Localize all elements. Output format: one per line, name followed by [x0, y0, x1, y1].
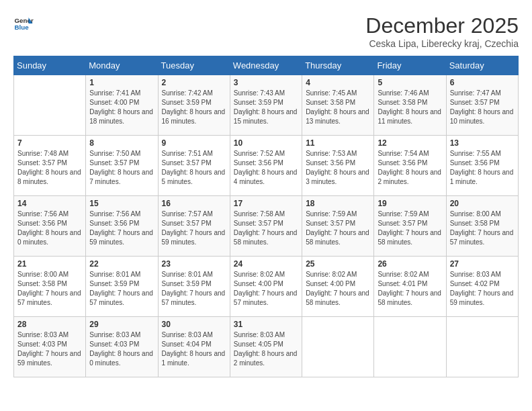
day-number: 7: [17, 138, 82, 148]
svg-text:Blue: Blue: [15, 24, 30, 31]
day-info: Sunrise: 8:00 AMSunset: 3:58 PMDaylight:…: [17, 270, 82, 308]
calendar-week-1: 7 Sunrise: 7:48 AMSunset: 3:57 PMDayligh…: [14, 136, 519, 196]
day-info: Sunrise: 7:59 AMSunset: 3:57 PMDaylight:…: [378, 210, 442, 247]
calendar-cell: 6 Sunrise: 7:47 AMSunset: 3:57 PMDayligh…: [446, 75, 518, 136]
calendar-cell: 4 Sunrise: 7:45 AMSunset: 3:58 PMDayligh…: [302, 75, 374, 136]
title-section: December 2025 Ceska Lipa, Liberecky kraj…: [365, 13, 519, 49]
day-info: Sunrise: 8:03 AMSunset: 4:03 PMDaylight:…: [89, 330, 154, 368]
day-info: Sunrise: 7:57 AMSunset: 3:57 PMDaylight:…: [162, 210, 226, 247]
day-info: Sunrise: 7:46 AMSunset: 3:58 PMDaylight:…: [378, 89, 442, 126]
calendar-cell: 28 Sunrise: 8:03 AMSunset: 4:03 PMDaylig…: [14, 317, 86, 377]
calendar-cell: 22 Sunrise: 8:01 AMSunset: 3:59 PMDaylig…: [86, 257, 158, 317]
calendar-cell: 14 Sunrise: 7:56 AMSunset: 3:56 PMDaylig…: [14, 196, 86, 257]
calendar-cell: 7 Sunrise: 7:48 AMSunset: 3:57 PMDayligh…: [14, 136, 86, 196]
calendar-cell: 9 Sunrise: 7:51 AMSunset: 3:57 PMDayligh…: [158, 136, 230, 196]
day-info: Sunrise: 8:02 AMSunset: 4:00 PMDaylight:…: [234, 270, 298, 308]
month-title: December 2025: [365, 13, 519, 38]
day-number: 8: [89, 138, 154, 148]
day-number: 9: [162, 138, 226, 148]
day-info: Sunrise: 7:55 AMSunset: 3:56 PMDaylight:…: [450, 149, 515, 187]
day-info: Sunrise: 7:43 AMSunset: 3:59 PMDaylight:…: [234, 89, 298, 126]
day-number: 27: [450, 259, 515, 269]
logo-icon: General Blue: [13, 13, 34, 34]
calendar-cell: 27 Sunrise: 8:03 AMSunset: 4:02 PMDaylig…: [446, 257, 518, 317]
day-number: 22: [89, 259, 154, 269]
day-number: 13: [450, 138, 515, 148]
col-sunday: Sunday: [14, 56, 86, 75]
day-info: Sunrise: 8:03 AMSunset: 4:04 PMDaylight:…: [162, 330, 226, 368]
calendar-cell: 25 Sunrise: 8:02 AMSunset: 4:00 PMDaylig…: [302, 257, 374, 317]
day-number: 18: [306, 199, 370, 208]
day-number: 16: [162, 199, 226, 208]
day-number: 6: [450, 78, 515, 87]
day-number: 26: [378, 259, 442, 269]
calendar-cell: 24 Sunrise: 8:02 AMSunset: 4:00 PMDaylig…: [230, 257, 302, 317]
day-info: Sunrise: 8:00 AMSunset: 3:58 PMDaylight:…: [450, 210, 515, 247]
calendar-cell: 17 Sunrise: 7:58 AMSunset: 3:57 PMDaylig…: [230, 196, 302, 257]
day-number: 1: [89, 78, 154, 87]
day-info: Sunrise: 8:01 AMSunset: 3:59 PMDaylight:…: [89, 270, 154, 308]
calendar-cell: 16 Sunrise: 7:57 AMSunset: 3:57 PMDaylig…: [158, 196, 230, 257]
day-number: 17: [234, 199, 298, 208]
calendar-cell: 18 Sunrise: 7:59 AMSunset: 3:57 PMDaylig…: [302, 196, 374, 257]
calendar-cell: 12 Sunrise: 7:54 AMSunset: 3:56 PMDaylig…: [374, 136, 446, 196]
day-info: Sunrise: 7:51 AMSunset: 3:57 PMDaylight:…: [162, 149, 226, 187]
day-info: Sunrise: 7:42 AMSunset: 3:59 PMDaylight:…: [162, 89, 226, 126]
day-info: Sunrise: 7:50 AMSunset: 3:57 PMDaylight:…: [89, 149, 154, 187]
calendar-cell: 8 Sunrise: 7:50 AMSunset: 3:57 PMDayligh…: [86, 136, 158, 196]
day-info: Sunrise: 8:03 AMSunset: 4:03 PMDaylight:…: [17, 330, 82, 368]
day-number: 14: [17, 199, 82, 208]
calendar-cell: 23 Sunrise: 8:01 AMSunset: 3:59 PMDaylig…: [158, 257, 230, 317]
header: General Blue December 2025 Ceska Lipa, L…: [13, 13, 519, 49]
day-info: Sunrise: 7:56 AMSunset: 3:56 PMDaylight:…: [89, 210, 154, 247]
day-number: 28: [17, 320, 82, 329]
col-friday: Friday: [374, 56, 446, 75]
day-number: 4: [306, 78, 370, 87]
day-number: 5: [378, 78, 442, 87]
col-tuesday: Tuesday: [158, 56, 230, 75]
day-info: Sunrise: 8:03 AMSunset: 4:05 PMDaylight:…: [234, 330, 298, 368]
header-row: Sunday Monday Tuesday Wednesday Thursday…: [14, 56, 519, 75]
day-info: Sunrise: 7:59 AMSunset: 3:57 PMDaylight:…: [306, 210, 370, 247]
day-info: Sunrise: 7:45 AMSunset: 3:58 PMDaylight:…: [306, 89, 370, 126]
calendar-cell: [14, 75, 86, 136]
calendar-cell: 2 Sunrise: 7:42 AMSunset: 3:59 PMDayligh…: [158, 75, 230, 136]
day-number: 11: [306, 138, 370, 148]
day-number: 23: [162, 259, 226, 269]
calendar-week-0: 1 Sunrise: 7:41 AMSunset: 4:00 PMDayligh…: [14, 75, 519, 136]
day-info: Sunrise: 7:47 AMSunset: 3:57 PMDaylight:…: [450, 89, 515, 126]
day-number: 12: [378, 138, 442, 148]
calendar-week-4: 28 Sunrise: 8:03 AMSunset: 4:03 PMDaylig…: [14, 317, 519, 377]
calendar-cell: 1 Sunrise: 7:41 AMSunset: 4:00 PMDayligh…: [86, 75, 158, 136]
day-info: Sunrise: 7:53 AMSunset: 3:56 PMDaylight:…: [306, 149, 370, 187]
calendar-week-2: 14 Sunrise: 7:56 AMSunset: 3:56 PMDaylig…: [14, 196, 519, 257]
calendar-cell: 15 Sunrise: 7:56 AMSunset: 3:56 PMDaylig…: [86, 196, 158, 257]
calendar-cell: 13 Sunrise: 7:55 AMSunset: 3:56 PMDaylig…: [446, 136, 518, 196]
day-number: 2: [162, 78, 226, 87]
calendar-cell: 29 Sunrise: 8:03 AMSunset: 4:03 PMDaylig…: [86, 317, 158, 377]
col-saturday: Saturday: [446, 56, 518, 75]
col-thursday: Thursday: [302, 56, 374, 75]
day-info: Sunrise: 7:58 AMSunset: 3:57 PMDaylight:…: [234, 210, 298, 247]
logo: General Blue: [13, 13, 34, 34]
day-number: 15: [89, 199, 154, 208]
day-info: Sunrise: 7:48 AMSunset: 3:57 PMDaylight:…: [17, 149, 82, 187]
calendar-cell: 21 Sunrise: 8:00 AMSunset: 3:58 PMDaylig…: [14, 257, 86, 317]
day-info: Sunrise: 8:02 AMSunset: 4:00 PMDaylight:…: [306, 270, 370, 308]
calendar-cell: 20 Sunrise: 8:00 AMSunset: 3:58 PMDaylig…: [446, 196, 518, 257]
location: Ceska Lipa, Liberecky kraj, Czechia: [365, 38, 519, 49]
calendar-cell: 31 Sunrise: 8:03 AMSunset: 4:05 PMDaylig…: [230, 317, 302, 377]
calendar-table: Sunday Monday Tuesday Wednesday Thursday…: [13, 56, 519, 377]
day-info: Sunrise: 8:01 AMSunset: 3:59 PMDaylight:…: [162, 270, 226, 308]
calendar-cell: 11 Sunrise: 7:53 AMSunset: 3:56 PMDaylig…: [302, 136, 374, 196]
calendar-cell: 5 Sunrise: 7:46 AMSunset: 3:58 PMDayligh…: [374, 75, 446, 136]
day-info: Sunrise: 7:41 AMSunset: 4:00 PMDaylight:…: [89, 89, 154, 126]
calendar-cell: [374, 317, 446, 377]
calendar-cell: 3 Sunrise: 7:43 AMSunset: 3:59 PMDayligh…: [230, 75, 302, 136]
day-number: 25: [306, 259, 370, 269]
day-number: 19: [378, 199, 442, 208]
day-number: 29: [89, 320, 154, 329]
day-number: 31: [234, 320, 298, 329]
day-number: 24: [234, 259, 298, 269]
day-info: Sunrise: 7:52 AMSunset: 3:56 PMDaylight:…: [234, 149, 298, 187]
